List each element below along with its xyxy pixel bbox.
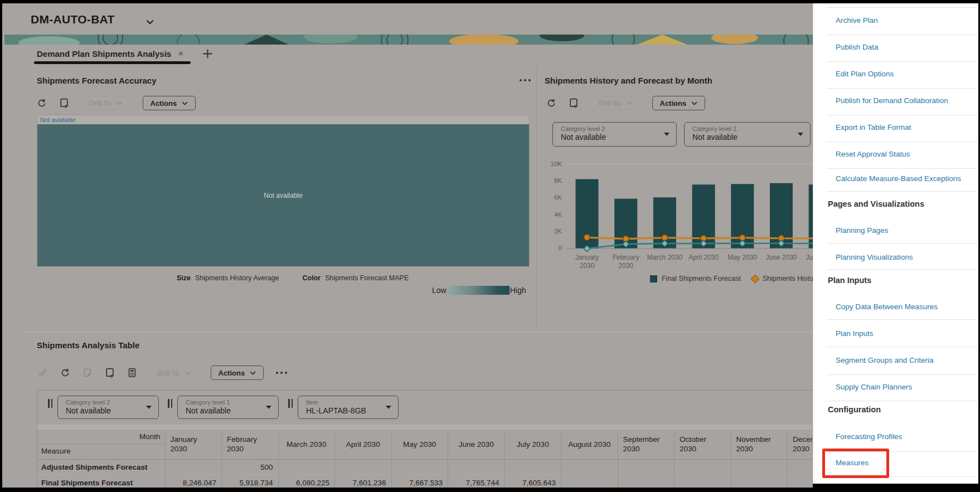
drill-to-button[interactable]: Drill To	[591, 96, 640, 110]
menu-item-archive-plan[interactable]: Archive Plan	[836, 16, 878, 25]
menu-bottom-border	[813, 484, 978, 492]
drag-handle-icon[interactable]	[48, 399, 52, 408]
column-header-march-2030: March 2030	[278, 430, 335, 459]
cell-adjusted-shipments-forecast-august-2030[interactable]	[561, 459, 618, 475]
page-bookmark-icon[interactable]: #	[569, 98, 579, 108]
menu-section-configuration: Configuration	[828, 405, 881, 414]
menu-item-publish-data[interactable]: Publish Data	[836, 43, 879, 51]
color-value: Shipments Forecast MAPE	[325, 274, 409, 282]
menu-section-plan-inputs: Plan Inputs	[828, 276, 871, 285]
add-tab-button[interactable]	[202, 48, 213, 61]
menu-item-plan-inputs[interactable]: Plan Inputs	[836, 329, 874, 338]
column-header-october-2030: October2030	[675, 430, 731, 459]
chevron-down-icon	[146, 406, 152, 409]
cell-final-shipments-forecast-november-2030[interactable]	[731, 475, 788, 488]
filter-category-level-1[interactable]: Category level 1Not available	[177, 396, 279, 419]
filter-value: Not available	[561, 133, 662, 142]
note-page-icon[interactable]	[83, 368, 93, 378]
legend-entry-final-shipments-forecast[interactable]: Final Shipments Forecast	[650, 275, 741, 282]
y-tick-label: 10K	[535, 160, 562, 167]
menu-item-planning-pages[interactable]: Planning Pages	[836, 226, 889, 235]
column-header-january-2030: January2030	[165, 430, 222, 459]
cell-adjusted-shipments-forecast-april-2030[interactable]	[335, 459, 392, 475]
calculator-icon[interactable]	[127, 368, 137, 378]
cell-adjusted-shipments-forecast-march-2030[interactable]	[278, 459, 335, 475]
menu-item-forecasting-profiles[interactable]: Forecasting Profiles	[836, 432, 902, 441]
filter-category-level-1[interactable]: Category level 1Not available	[684, 122, 811, 147]
cell-adjusted-shipments-forecast-november-2030[interactable]	[731, 459, 788, 475]
column-header-april-2030: April 2030	[335, 430, 392, 459]
cell-final-shipments-forecast-april-2030[interactable]: 7,601.236	[335, 475, 392, 488]
svg-text:#: #	[574, 104, 577, 108]
filter-value: Not available	[66, 406, 144, 415]
cell-adjusted-shipments-forecast-january-2030[interactable]	[165, 459, 222, 475]
cell-final-shipments-forecast-june-2030[interactable]: 7,765.744	[448, 475, 505, 488]
svg-text:#: #	[110, 373, 113, 378]
filter-category-level-2[interactable]: Category level 2Not available	[57, 396, 159, 419]
cell-final-shipments-forecast-august-2030[interactable]	[561, 475, 618, 488]
menu-item-planning-visualizations[interactable]: Planning Visualizations	[836, 253, 913, 261]
actions-button[interactable]: Actions	[211, 366, 264, 380]
cell-final-shipments-forecast-may-2030[interactable]: 7,667.533	[391, 475, 448, 488]
cell-adjusted-shipments-forecast-october-2030[interactable]	[675, 459, 731, 475]
page-bookmark-icon[interactable]: #	[105, 368, 115, 378]
column-header-may-2030: May 2030	[391, 430, 448, 459]
refresh-icon[interactable]	[60, 368, 70, 378]
tasks-menu-panel: Archive PlanPublish DataEdit Plan Option…	[813, 3, 978, 484]
menu-divider	[827, 401, 978, 401]
menu-divider	[827, 243, 978, 243]
cell-adjusted-shipments-forecast-september-2030[interactable]	[618, 459, 675, 475]
menu-divider	[827, 191, 978, 192]
cell-adjusted-shipments-forecast-july-2030[interactable]	[504, 459, 561, 475]
treemap-not-available-link[interactable]: Not available	[40, 116, 76, 123]
measure-axis-label: Measure	[41, 447, 71, 455]
chevron-down-icon[interactable]	[146, 17, 154, 27]
cell-final-shipments-forecast-march-2030[interactable]: 6,080.225	[278, 475, 335, 488]
column-header-february-2030: February2030	[222, 430, 279, 459]
cell-final-shipments-forecast-september-2030[interactable]	[618, 475, 675, 488]
menu-item-reset-approval-status[interactable]: Reset Approval Status	[836, 150, 910, 158]
measures-highlight-box	[822, 449, 889, 478]
tab-demand-plan-shipments-analysis[interactable]: Demand Plan Shipments Analysis	[37, 49, 171, 59]
cell-final-shipments-forecast-february-2030[interactable]: 5,918.734	[222, 475, 279, 488]
menu-item-segment-groups-and-criteria[interactable]: Segment Groups and Criteria	[836, 356, 934, 364]
menu-divider	[827, 168, 978, 169]
close-icon[interactable]: ×	[178, 48, 183, 58]
drag-handle-icon[interactable]	[288, 399, 293, 408]
page-bookmark-icon[interactable]: #	[59, 98, 69, 108]
treemap-status-label: Not available	[37, 192, 529, 199]
marker-circle[interactable]	[584, 235, 590, 241]
filter-value: HL-LAPTAB-8GB	[306, 406, 384, 415]
more-options-icon[interactable]	[520, 79, 531, 81]
filter-category-level-2[interactable]: Category level 2Not available	[552, 122, 677, 147]
scale-high-label: High	[510, 286, 526, 295]
more-options-icon[interactable]	[276, 372, 287, 374]
cell-adjusted-shipments-forecast-may-2030[interactable]	[391, 459, 448, 475]
drill-to-button[interactable]: Drill To	[149, 366, 198, 380]
edit-pencil-icon[interactable]	[38, 368, 48, 378]
y-tick-label: 2K	[535, 228, 562, 235]
cell-adjusted-shipments-forecast-june-2030[interactable]	[448, 459, 505, 475]
menu-item-copy-data-between-measures[interactable]: Copy Data Between Measures	[836, 303, 938, 311]
column-header-september-2030: September2030	[618, 430, 675, 459]
drill-to-button[interactable]: Drill To	[81, 96, 130, 110]
refresh-icon[interactable]	[37, 98, 47, 108]
menu-item-export-in-table-format[interactable]: Export in Table Format	[836, 123, 911, 131]
refresh-icon[interactable]	[546, 98, 556, 108]
table-toolbar: # Drill To Actions	[38, 366, 287, 380]
menu-item-edit-plan-options[interactable]: Edit Plan Options	[836, 70, 894, 78]
cell-final-shipments-forecast-october-2030[interactable]	[675, 475, 731, 488]
menu-item-publish-for-demand-collaboration[interactable]: Publish for Demand Collaboration	[836, 96, 948, 105]
actions-button[interactable]: Actions	[143, 96, 196, 110]
cell-final-shipments-forecast-january-2030[interactable]: 8,246.047	[165, 475, 222, 488]
cell-final-shipments-forecast-july-2030[interactable]: 7,605.643	[504, 475, 561, 488]
menu-item-calculate-measure-based-exceptions[interactable]: Calculate Measure-Based Exceptions	[836, 174, 961, 183]
menu-item-supply-chain-planners[interactable]: Supply Chain Planners	[836, 383, 912, 391]
actions-button[interactable]: Actions	[652, 96, 706, 110]
table-row: Adjusted Shipments Forecast500	[37, 459, 844, 475]
filter-item[interactable]: ItemHL-LAPTAB-8GB	[298, 396, 399, 419]
scale-low-label: Low	[432, 286, 447, 295]
table-row: Final Shipments Forecast8,246.0475,918.7…	[37, 475, 844, 488]
drag-handle-icon[interactable]	[168, 399, 172, 408]
cell-adjusted-shipments-forecast-february-2030[interactable]: 500	[222, 459, 279, 475]
